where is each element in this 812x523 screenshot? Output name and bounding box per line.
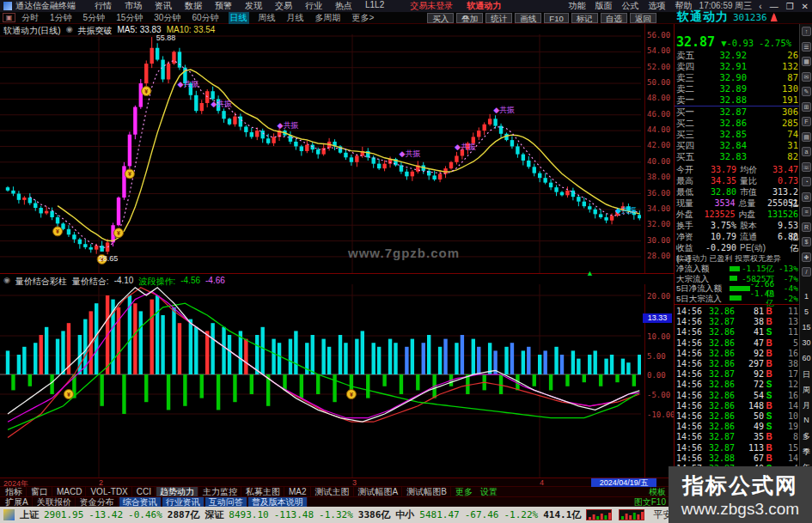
menu-item-发现[interactable]: 发现 <box>245 0 262 12</box>
bid-row[interactable]: 买五32.8382 <box>676 151 798 162</box>
menu-item-公式[interactable]: 公式 <box>622 0 639 12</box>
index-label[interactable]: 上证 <box>20 508 39 521</box>
menu-item-市场[interactable]: 市场 <box>125 0 142 12</box>
index-label[interactable]: 中小 <box>395 508 414 521</box>
strip-period-1[interactable]: 1 <box>800 292 812 301</box>
info-tab-关联报价[interactable]: 关联报价 <box>34 497 76 507</box>
strip-period-周[interactable]: 周 <box>800 385 812 396</box>
menu-item-数据[interactable]: 数据 <box>185 0 202 12</box>
toolbar-button-返回[interactable]: 返回 <box>630 13 656 23</box>
period-日线[interactable]: 日线 <box>229 12 249 24</box>
period-周线[interactable]: 周线 <box>257 12 278 24</box>
strip-period-5[interactable]: 5 <box>800 307 812 316</box>
indicator-tab-MACD[interactable]: MACD <box>53 487 86 496</box>
minimize-button[interactable]: — <box>770 2 778 11</box>
period-更多>[interactable]: 更多> <box>351 12 376 24</box>
indicator-tab-窗口[interactable]: 窗口 <box>27 487 52 496</box>
menu-item-行业[interactable]: 行业 <box>305 0 322 12</box>
back-button[interactable]: ‹ <box>759 2 761 11</box>
menu-item-热点[interactable]: 热点 <box>335 0 352 12</box>
status-logo-icon[interactable] <box>3 509 15 520</box>
info-tab-普及版本说明[interactable]: 普及版本说明 <box>248 497 308 507</box>
indicator-menu-icon[interactable]: ◉ <box>3 276 10 284</box>
restore-button[interactable]: ❐ <box>786 2 794 11</box>
indicator-tab-主力监控[interactable]: 主力监控 <box>199 487 241 496</box>
ask-row[interactable]: 卖二32.89130 <box>676 83 798 94</box>
menu-item-预警[interactable]: 预警 <box>215 0 232 12</box>
tool-icon-6[interactable]: F <box>802 117 811 126</box>
strip-period-多[interactable]: 多 <box>800 431 812 442</box>
trade-login-status[interactable]: 交易未登录 <box>410 0 453 12</box>
indicator-tab-测试幅图B[interactable]: 测试幅图B <box>403 487 451 496</box>
strip-period-日[interactable]: 日 <box>800 369 812 380</box>
ask-row[interactable]: 卖三32.9087 <box>676 72 798 83</box>
ask-row[interactable]: 卖四32.91132 <box>676 61 798 72</box>
tick-row[interactable]: 14:5632.8792B17 <box>676 369 798 380</box>
period-30分钟[interactable]: 30分钟 <box>152 12 182 24</box>
tick-row[interactable]: 14:5632.86148B14 <box>676 401 798 411</box>
tool-icon-15[interactable]: ✚ <box>802 252 811 262</box>
menu-item-资讯[interactable]: 资讯 <box>155 0 172 12</box>
strip-period-30[interactable]: 30 <box>800 338 812 347</box>
info-tab-资金分布[interactable]: 资金分布 <box>76 497 119 507</box>
ask-row[interactable]: 卖一32.88191 <box>676 94 798 106</box>
tool-icon-7[interactable]: ▤ <box>802 132 811 142</box>
tick-row[interactable]: 14:5632.8649S19 <box>676 422 798 432</box>
menu-item-功能[interactable]: 功能 <box>569 0 586 12</box>
bid-row[interactable]: 买三32.8574 <box>676 129 798 140</box>
index-label[interactable]: 深证 <box>205 508 223 521</box>
indicator-tab-VOL-TDX[interactable]: VOL-TDX <box>87 487 131 496</box>
tick-row[interactable]: 14:5632.8735B8 <box>676 432 798 442</box>
tick-row[interactable]: 14:5632.8692B16 <box>676 349 798 359</box>
indicator-tab-私募主图[interactable]: 私募主图 <box>242 487 284 496</box>
bid-row[interactable]: 买二32.86285 <box>676 118 798 129</box>
indicator-tab-设置[interactable]: 设置 <box>477 487 501 496</box>
tick-row[interactable]: 14:5632.8650S10 <box>676 411 798 422</box>
strip-period-季[interactable]: 季 <box>800 447 812 458</box>
layout-icon[interactable]: ▣ <box>3 13 15 22</box>
strip-period-60[interactable]: 60 <box>800 354 812 362</box>
tool-icon-3[interactable]: ✉ <box>802 72 811 82</box>
strip-period-月[interactable]: 月 <box>800 400 812 411</box>
toolbar-button-统计[interactable]: 统计 <box>485 13 512 23</box>
period-60分钟[interactable]: 60分钟 <box>190 12 220 24</box>
tool-icon-5[interactable]: ⊞ <box>802 102 811 112</box>
minibar-chart-0[interactable] <box>586 509 612 520</box>
ask-row[interactable]: 卖五32.9226 <box>676 50 798 61</box>
menu-item-行情[interactable]: 行情 <box>95 0 112 12</box>
toolbar-button-买入[interactable]: 买入 <box>427 13 454 23</box>
tick-row[interactable]: 14:5632.8681B11 <box>676 307 798 317</box>
quick-stock-label[interactable]: 软通动力 <box>467 0 501 12</box>
tool-icon-11[interactable]: ⊘ <box>802 192 811 202</box>
tool-icon-1[interactable]: ☰ <box>802 42 811 52</box>
tool-icon-0[interactable]: ↑ <box>802 27 811 36</box>
period-多周期[interactable]: 多周期 <box>314 12 343 24</box>
toolbar-button-标记[interactable]: 标记 <box>571 13 598 23</box>
tool-icon-8[interactable]: a <box>802 147 811 156</box>
toolbar-button-F10[interactable]: F10 <box>544 13 568 23</box>
tick-row[interactable]: 14:5632.8672S12 <box>676 380 798 390</box>
tick-row[interactable]: 14:5632.86297B38 <box>676 359 798 369</box>
tool-icon-12[interactable]: ≡ <box>802 207 811 216</box>
info-tab-综合资讯[interactable]: 综合资讯 <box>119 497 162 507</box>
tick-row[interactable]: 14:5632.87113B15 <box>676 443 798 453</box>
tick-row[interactable]: 14:5632.8867B14 <box>676 453 798 464</box>
indicator-chart[interactable]: ¥¥ <box>0 284 641 477</box>
tick-row[interactable]: 14:5632.8654S16 <box>676 391 798 401</box>
tool-icon-13[interactable]: R <box>802 222 811 232</box>
menu-item-版面[interactable]: 版面 <box>595 0 613 12</box>
tick-row[interactable]: 14:5632.8647B5 <box>676 338 798 349</box>
indicator-tab-测试幅图A[interactable]: 测试幅图A <box>355 487 403 496</box>
tick-row[interactable]: 14:5632.8738B13 <box>676 317 798 327</box>
tick-row[interactable]: 14:5632.8641S11 <box>676 327 798 338</box>
strip-period-N[interactable]: N <box>800 416 812 424</box>
menu-item-交易[interactable]: 交易 <box>275 0 292 12</box>
toolbar-button-叠加[interactable]: 叠加 <box>456 13 483 23</box>
period-15分钟[interactable]: 15分钟 <box>114 12 144 24</box>
bid-row[interactable]: 买四32.8431 <box>676 140 798 151</box>
indicator-tab-CCI[interactable]: CCI <box>133 487 156 496</box>
expand-triangle-icon[interactable]: ▲ <box>586 269 594 277</box>
menu-item-L1L2[interactable]: L1L2 <box>365 0 384 12</box>
toolbar-button-自选[interactable]: 自选 <box>601 13 627 23</box>
candlestick-chart[interactable]: ¥¥¥¥¥◆共振◆共振◆共振◆共振◆共振◆共振◆共振55.8828.65 <box>0 34 641 273</box>
